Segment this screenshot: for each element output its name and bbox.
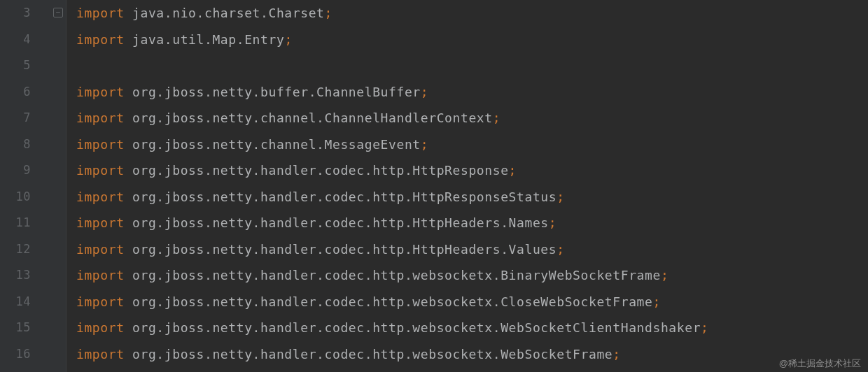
fold-column: − [50,0,66,372]
code-line[interactable]: import org.jboss.netty.buffer.ChannelBuf… [76,79,868,106]
semicolon: ; [549,215,556,230]
code-line[interactable]: import org.jboss.netty.handler.codec.htt… [76,157,868,184]
semicolon: ; [556,242,564,257]
semicolon: ; [284,32,292,47]
line-number: 11 [0,210,50,236]
line-number: 16 [0,341,50,368]
keyword-import: import [76,85,125,99]
line-number: 13 [0,262,50,289]
keyword-import: import [76,294,125,309]
watermark-text: @稀土掘金技术社区 [779,359,861,368]
code-line[interactable]: import java.util.Map.Entry; [76,27,868,53]
keyword-import: import [76,137,125,152]
code-editor[interactable]: 345678910111213141516 − import java.nio.… [0,0,868,372]
import-path: org.jboss.netty.channel.MessageEvent [132,137,421,152]
semicolon: ; [509,163,517,178]
semicolon: ; [661,268,668,282]
code-line[interactable]: import org.jboss.netty.handler.codec.htt… [76,184,868,210]
import-path: org.jboss.netty.buffer.ChannelBuffer [132,85,421,99]
code-line[interactable]: import org.jboss.netty.handler.codec.htt… [76,236,868,263]
import-path: org.jboss.netty.handler.codec.http.HttpR… [132,163,509,178]
line-number: 15 [0,315,50,341]
line-number: 14 [0,289,50,315]
keyword-import: import [76,189,125,204]
semicolon: ; [421,137,428,152]
code-line[interactable]: import org.jboss.netty.handler.codec.htt… [76,315,868,341]
line-number: 8 [0,131,50,158]
semicolon: ; [325,6,332,20]
keyword-import: import [76,242,125,257]
import-path: org.jboss.netty.handler.codec.http.HttpH… [132,215,549,230]
line-number: 3 [0,0,50,27]
fold-toggle-icon[interactable]: − [53,8,63,17]
keyword-import: import [76,32,125,47]
line-number: 4 [0,27,50,53]
line-number: 7 [0,105,50,131]
semicolon: ; [421,85,428,99]
code-line[interactable] [76,52,868,79]
import-path: java.nio.charset.Charset [132,6,325,20]
import-path: org.jboss.netty.handler.codec.http.webso… [132,320,701,335]
keyword-import: import [76,347,125,362]
keyword-import: import [76,215,125,230]
line-number: 5 [0,52,50,79]
keyword-import: import [76,320,125,335]
import-path: org.jboss.netty.handler.codec.http.HttpR… [132,189,556,204]
import-path: org.jboss.netty.handler.codec.http.webso… [132,268,661,282]
keyword-import: import [76,110,125,125]
code-line[interactable]: import org.jboss.netty.handler.codec.htt… [76,341,868,368]
code-area[interactable]: import java.nio.charset.Charset;import j… [66,0,868,372]
code-line[interactable]: import org.jboss.netty.channel.ChannelHa… [76,105,868,131]
code-line[interactable]: import org.jboss.netty.handler.codec.htt… [76,262,868,289]
keyword-import: import [76,163,125,178]
import-path: org.jboss.netty.channel.ChannelHandlerCo… [132,110,493,125]
keyword-import: import [76,268,125,282]
line-number: 9 [0,157,50,184]
semicolon: ; [493,110,500,125]
line-number: 12 [0,236,50,263]
line-number: 10 [0,184,50,210]
import-path: org.jboss.netty.handler.codec.http.webso… [132,294,652,309]
semicolon: ; [612,347,620,362]
import-path: java.util.Map.Entry [132,32,284,47]
line-number: 6 [0,79,50,106]
semicolon: ; [701,320,708,335]
semicolon: ; [556,189,564,204]
semicolon: ; [652,294,660,309]
keyword-import: import [76,6,125,20]
import-path: org.jboss.netty.handler.codec.http.HttpH… [132,242,556,257]
import-path: org.jboss.netty.handler.codec.http.webso… [132,347,612,362]
code-line[interactable]: import org.jboss.netty.handler.codec.htt… [76,210,868,236]
code-line[interactable]: import org.jboss.netty.handler.codec.htt… [76,289,868,315]
code-line[interactable]: import java.nio.charset.Charset; [76,0,868,27]
code-line[interactable]: import org.jboss.netty.channel.MessageEv… [76,131,868,158]
line-number-gutter: 345678910111213141516 [0,0,50,372]
